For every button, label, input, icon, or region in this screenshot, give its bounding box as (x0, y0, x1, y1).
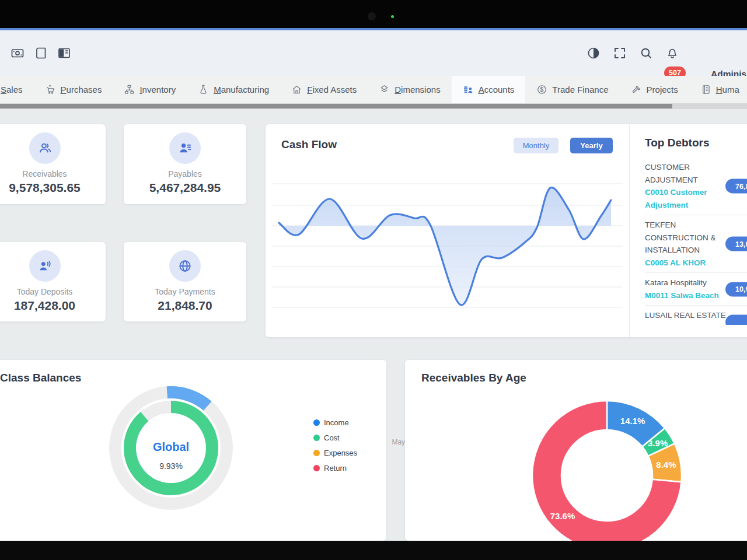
legend-label: Expenses (324, 449, 357, 457)
svg-text:3.9%: 3.9% (648, 438, 668, 448)
tab-row: Sales Purchases Inventory Manufacturing … (0, 76, 747, 103)
stat-value: 5,467,284.95 (149, 181, 221, 195)
toolbar-left-icons (11, 30, 71, 76)
stat-label: Payables (168, 169, 202, 178)
debtor-amount-badge: 10,9 (725, 282, 747, 296)
stat-value: 21,848.70 (158, 299, 212, 313)
donut-center-label[interactable]: Global (113, 440, 229, 454)
top-debtors-section: Top Debtors CUSTOMER ADJUSTMENT C0010 Cu… (645, 124, 747, 337)
receivables-by-age-panel: Receivables By Age 14.1%3.9%8.4%73.6% (405, 360, 747, 541)
tab-inventory[interactable]: Inventory (113, 76, 187, 103)
fullscreen-icon[interactable] (613, 46, 627, 60)
svg-text:8.4%: 8.4% (656, 460, 676, 470)
journal-icon[interactable] (34, 46, 48, 60)
debtor-name: TEKFEN CONSTRUCTION & INSTALLATION (645, 219, 734, 257)
debtor-code-link[interactable]: M0011 Salwa Beach (645, 289, 734, 302)
receivables-card[interactable]: Receivables 9,578,305.65 (0, 124, 106, 204)
cart-icon (45, 84, 56, 95)
notifications-bell-icon[interactable] (665, 46, 679, 60)
class-balances-title: Class Balances (0, 372, 81, 384)
cash-icon[interactable] (11, 46, 25, 60)
debtor-row: LUSAIL REAL ESTATE DEVELOPMENT CO. (645, 306, 747, 325)
camera-dot (368, 12, 376, 20)
top-debtors-title: Top Debtors (645, 136, 709, 149)
window-top-bar (0, 0, 747, 28)
stat-label: Today Payments (155, 287, 215, 296)
today-deposits-card[interactable]: Today Deposits 187,428.00 (0, 242, 106, 321)
notebook-icon (700, 84, 711, 95)
toolbar: 507 Adminis System Admin (0, 30, 747, 76)
stat-value: 9,578,305.65 (9, 181, 81, 195)
window-bottom-bar (0, 541, 747, 560)
tab-human-resources[interactable]: Huma (689, 76, 747, 103)
tab-dimensions[interactable]: Dimensions (368, 76, 451, 103)
stat-value: 187,428.00 (14, 299, 75, 313)
legend-item[interactable]: Income (313, 418, 357, 427)
horizontal-scrollbar (0, 103, 747, 109)
receivables-by-age-title: Receivables By Age (421, 372, 526, 384)
donut-center-value: 9.93% (113, 461, 229, 471)
hammer-icon (631, 84, 642, 95)
flask-icon (198, 84, 209, 95)
horizontal-scrollbar-thumb[interactable] (0, 104, 672, 108)
debtor-code-link[interactable]: C0010 Customer Adjustment (645, 186, 734, 211)
debtor-amount-badge: 13,0 (725, 237, 747, 251)
debtor-name: LUSAIL REAL ESTATE DEVELOPMENT CO. (645, 309, 734, 325)
home-icon (291, 84, 302, 95)
cash-flow-title: Cash Flow (281, 138, 337, 151)
today-payments-card[interactable]: Today Payments 21,848.70 (124, 242, 246, 321)
donut-center: Global 9.93% (113, 440, 229, 471)
tab-accounts[interactable]: Accounts (452, 76, 526, 103)
panel-divider (629, 124, 630, 337)
debtor-row: TEKFEN CONSTRUCTION & INSTALLATION C0005… (645, 215, 747, 273)
tab-fixed-assets[interactable]: Fixed Assets (280, 76, 368, 103)
payables-card[interactable]: Payables 5,467,284.95 (124, 124, 246, 204)
legend-dot-expenses (313, 450, 320, 456)
debtor-amount-badge: 76,8 (725, 179, 747, 194)
debtor-row: CUSTOMER ADJUSTMENT C0010 Customer Adjus… (645, 158, 747, 215)
tab-projects[interactable]: Projects (620, 76, 689, 103)
globe-icon (169, 250, 201, 282)
legend-dot-income (313, 419, 320, 426)
tab-sales[interactable]: Sales (0, 76, 34, 103)
dollar-circle-icon (536, 84, 547, 95)
receivables-by-age-donut-chart: 14.1%3.9%8.4%73.6% (519, 388, 694, 541)
legend-dot-return (313, 465, 320, 471)
cash-flow-chart (266, 169, 629, 327)
svg-text:14.1%: 14.1% (620, 416, 645, 426)
legend-dot-cost (313, 435, 320, 441)
module-tab-bar: Sales Purchases Inventory Manufacturing … (0, 76, 747, 103)
chart-legend: Income Cost Expenses Return (313, 418, 357, 473)
tab-trade-finance[interactable]: Trade Finance (525, 76, 619, 103)
legend-item[interactable]: Return (313, 464, 357, 473)
debtor-name: Katara Hospitality (645, 276, 734, 289)
app-screen: 507 Adminis System Admin Sales Purchases… (0, 0, 747, 560)
debtor-name: CUSTOMER ADJUSTMENT (645, 161, 734, 186)
yearly-toggle-button[interactable]: Yearly (570, 138, 613, 153)
stat-label: Today Deposits (17, 287, 73, 296)
legend-label: Income (324, 418, 349, 427)
stat-label: Receivables (22, 169, 67, 178)
person-announce-icon (29, 250, 61, 282)
class-balances-panel: Class Balances Global 9.93% Income Cost … (0, 360, 386, 541)
person-list-icon (169, 132, 201, 164)
contrast-icon[interactable] (587, 46, 601, 60)
sitemap-icon (124, 84, 135, 95)
legend-label: Return (324, 464, 347, 473)
tab-purchases[interactable]: Purchases (34, 76, 113, 103)
legend-item[interactable]: Cost (313, 433, 357, 442)
debtor-row: Katara Hospitality M0011 Salwa Beach 10,… (645, 273, 747, 306)
top-debtors-list: CUSTOMER ADJUSTMENT C0010 Customer Adjus… (645, 158, 747, 325)
layers-diamond-icon (379, 84, 390, 95)
search-icon[interactable] (639, 46, 653, 60)
debtor-code-link[interactable]: C0005 AL KHOR (645, 257, 734, 270)
legend-item[interactable]: Expenses (313, 449, 357, 457)
tab-manufacturing[interactable]: Manufacturing (187, 76, 280, 103)
monthly-toggle-button[interactable]: Monthly (514, 138, 558, 153)
panel-layout-icon[interactable] (57, 46, 71, 60)
svg-text:73.6%: 73.6% (550, 511, 575, 521)
accounts-person-coins-icon (463, 84, 474, 95)
people-icon (29, 132, 61, 164)
legend-label: Cost (324, 433, 340, 442)
camera-status-dot (391, 15, 394, 18)
